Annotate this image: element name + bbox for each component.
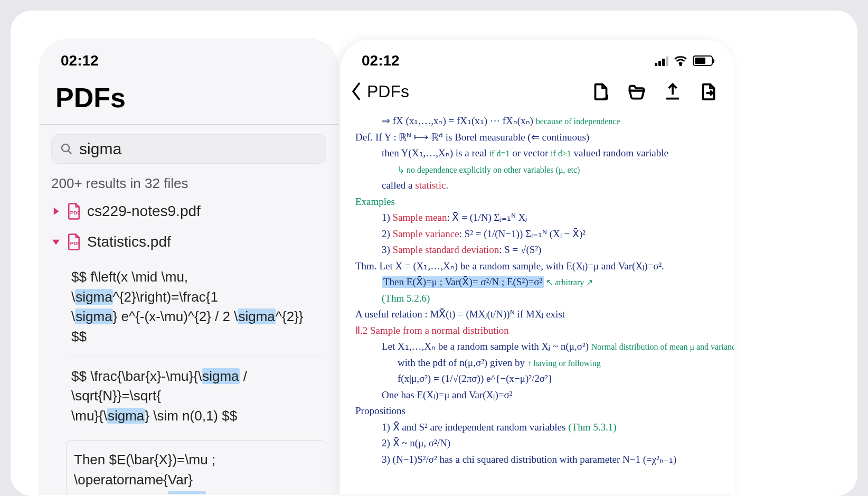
svg-point-6 (680, 64, 682, 65)
search-icon (60, 142, 73, 156)
status-time: 02:12 (61, 52, 99, 69)
search-input[interactable] (79, 140, 317, 158)
cellular-icon (655, 55, 668, 66)
chevron-right-icon (51, 207, 61, 216)
doc-line: 1) Sample mean: X̄ = (1/N) Σⱼ₌₁ᴺ Xⱼ (355, 210, 723, 226)
doc-line: One has E(Xⱼ)=μ and Var(Xⱼ)=σ² (355, 388, 723, 403)
phone-document: 02:12 PDFs (341, 40, 734, 494)
status-icons (655, 55, 713, 66)
document-content[interactable]: ⇒ fX (x₁,…,xₙ) = fX₁(x₁) ⋯ fXₙ(xₙ) becau… (341, 109, 734, 468)
svg-line-1 (69, 151, 72, 154)
notch (490, 40, 585, 58)
doc-line: ⇒ fX (x₁,…,xₙ) = fX₁(x₁) ⋯ fXₙ(xₙ) becau… (355, 114, 723, 129)
share-button[interactable] (662, 81, 683, 102)
status-time: 02:12 (362, 52, 400, 69)
doc-line: 3) (N−1)S²/σ² has a chi squared distribu… (355, 452, 723, 467)
search-wrap (40, 125, 338, 169)
doc-line: called a statistic. (355, 178, 723, 193)
doc-line: f(x|μ,σ²) = (1/√(2πσ)) e^{−(x−μ)²/2σ²} (355, 371, 723, 387)
notch (141, 40, 237, 58)
svg-marker-2 (54, 208, 59, 215)
doc-line: Propositions (355, 404, 723, 419)
app-container: 02:12 PDFs 200+ results in 32 files PDFc… (11, 11, 857, 496)
file-row[interactable]: PDFStatistics.pdf (40, 227, 338, 257)
export-button[interactable] (698, 81, 719, 102)
doc-line: ↳ no dependence explicitly on other vari… (355, 162, 723, 177)
search-result[interactable]: Then $E(\bar{X})=\mu ; \operatorname{Var… (66, 440, 326, 494)
folder-open-icon (627, 82, 646, 101)
phone-search: 02:12 PDFs 200+ results in 32 files PDFc… (40, 40, 338, 494)
page-title: PDFs (55, 82, 322, 114)
doc-line: Let X₁,…,Xₙ be a random sample with Xⱼ ~… (355, 339, 723, 354)
folder-button[interactable] (626, 81, 647, 102)
chevron-left-icon (349, 81, 364, 102)
svg-marker-4 (52, 240, 60, 245)
wifi-icon (674, 55, 687, 66)
back-button[interactable]: PDFs (349, 81, 409, 102)
header: PDFs (40, 77, 338, 124)
pdf-icon: PDF (66, 233, 82, 251)
doc-line: A useful relation : MX̄(t) = (MXⱼ(t/N))ᴺ… (355, 307, 723, 322)
ocr-button[interactable] (590, 81, 611, 102)
doc-line: Examples (355, 194, 723, 210)
upload-icon (663, 82, 682, 101)
snippets: $$ f\left(x \mid \mu, \sigma^{2}\right)=… (40, 257, 338, 494)
file-row[interactable]: PDFcs229-notes9.pdf (40, 196, 338, 227)
doc-line: 2) X̄ ~ n(μ, σ²/N) (355, 436, 723, 451)
search-result[interactable]: $$ f\left(x \mid \mu, \sigma^{2}\right)=… (66, 257, 326, 357)
back-label: PDFs (367, 82, 409, 101)
doc-header: PDFs (341, 77, 734, 109)
search-box[interactable] (51, 134, 326, 164)
chevron-down-icon (51, 237, 61, 247)
doc-line: 2) Sample variance: S² = (1/(N−1)) Σⱼ₌₁ᴺ… (355, 227, 723, 242)
doc-line: Def. If Y : ℝᴺ ⟼ ℝᵈ is Borel measurable … (355, 130, 723, 145)
battery-icon (693, 55, 713, 66)
svg-text:PDF: PDF (70, 210, 80, 216)
svg-text:PDF: PDF (70, 240, 80, 246)
doc-line: Then E(X̄)=μ ; Var(X̄)= σ²/N ; E(S²)=σ² … (355, 275, 723, 290)
search-result[interactable]: $$ \frac{\bar{x}-\mu}{\sigma / \sqrt{N}}… (66, 357, 326, 436)
results-summary: 200+ results in 32 files (40, 169, 338, 196)
toolbar (590, 81, 719, 102)
doc-line: 3) Sample standard deviation: S = √(S²) (355, 242, 723, 258)
doc-line: 1) X̄ and S² are independent random vari… (355, 420, 723, 435)
doc-line: Thm. Let X = (X₁,…,Xₙ) be a random sampl… (355, 259, 723, 274)
file-name: Statistics.pdf (87, 233, 171, 250)
file-export-icon (699, 82, 718, 101)
svg-point-0 (62, 144, 69, 152)
doc-line: Ⅱ.2 Sample from a normal distribution (355, 323, 723, 339)
doc-line: (Thm 5.2.6) (355, 291, 723, 306)
file-name: cs229-notes9.pdf (87, 203, 201, 220)
files-list: PDFcs229-notes9.pdfPDFStatistics.pdf$$ f… (40, 196, 338, 494)
doc-line: with the pdf of n(μ,σ²) given by ↑ havin… (355, 355, 723, 371)
document-scan-icon (591, 82, 610, 101)
pdf-icon: PDF (66, 202, 82, 220)
doc-line: then Y(X₁,…,Xₙ) is a real if d=1 or vect… (355, 146, 723, 161)
